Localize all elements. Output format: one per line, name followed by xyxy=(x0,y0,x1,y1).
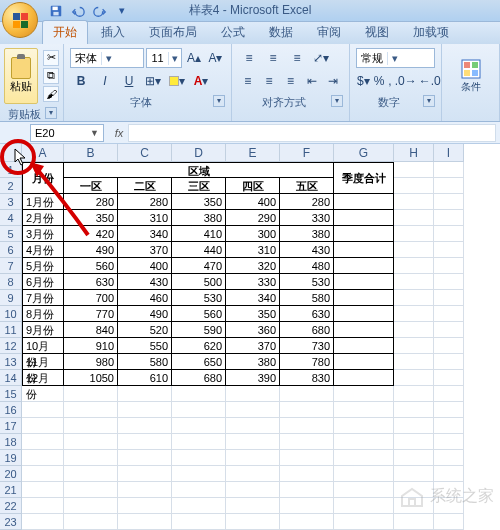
spreadsheet-grid[interactable]: ABCDEFGHI1月份区域季度合计2一区二区三区四区五区31月份2802803… xyxy=(0,144,500,530)
clipboard-dialog-icon[interactable]: ▾ xyxy=(45,107,57,119)
row-header-6[interactable]: 6 xyxy=(0,242,22,258)
row-header-22[interactable]: 22 xyxy=(0,498,22,514)
col-header-B[interactable]: B xyxy=(64,144,118,162)
row-header-2[interactable]: 2 xyxy=(0,178,22,194)
tab-1[interactable]: 插入 xyxy=(90,20,136,44)
underline-button[interactable]: U xyxy=(118,71,140,91)
cell-I4[interactable] xyxy=(434,210,464,226)
cell-C19[interactable] xyxy=(118,450,172,466)
cell-F18[interactable] xyxy=(280,434,334,450)
copy-icon[interactable]: ⧉ xyxy=(43,68,59,84)
indent-inc-icon[interactable]: ⇥ xyxy=(324,71,343,91)
cell-A18[interactable] xyxy=(22,434,64,450)
cell-H9[interactable] xyxy=(394,290,434,306)
cell-B15[interactable] xyxy=(64,386,118,402)
col-header-E[interactable]: E xyxy=(226,144,280,162)
tab-6[interactable]: 视图 xyxy=(354,20,400,44)
row-header-7[interactable]: 7 xyxy=(0,258,22,274)
cell-D21[interactable] xyxy=(172,482,226,498)
cell-I8[interactable] xyxy=(434,274,464,290)
cell-G18[interactable] xyxy=(334,434,394,450)
redo-icon[interactable] xyxy=(92,3,108,19)
tab-2[interactable]: 页面布局 xyxy=(138,20,208,44)
qat-more-icon[interactable]: ▾ xyxy=(114,3,130,19)
cell-H14[interactable] xyxy=(394,370,434,386)
cell-C21[interactable] xyxy=(118,482,172,498)
cell-H6[interactable] xyxy=(394,242,434,258)
cell-H20[interactable] xyxy=(394,466,434,482)
cell-G17[interactable] xyxy=(334,418,394,434)
grow-font-icon[interactable]: A▴ xyxy=(184,48,203,68)
cell-C20[interactable] xyxy=(118,466,172,482)
cell-C17[interactable] xyxy=(118,418,172,434)
col-header-G[interactable]: G xyxy=(334,144,394,162)
col-header-F[interactable]: F xyxy=(280,144,334,162)
font-name-combo[interactable]: 宋体▾ xyxy=(70,48,144,68)
cell-B21[interactable] xyxy=(64,482,118,498)
percent-icon[interactable]: % xyxy=(373,71,386,91)
number-dialog-icon[interactable]: ▾ xyxy=(423,95,435,107)
align-left-icon[interactable]: ≡ xyxy=(238,71,257,91)
cell-G15[interactable] xyxy=(334,386,394,402)
cell-G19[interactable] xyxy=(334,450,394,466)
cell-B23[interactable] xyxy=(64,514,118,530)
cell-E16[interactable] xyxy=(226,402,280,418)
cell-C18[interactable] xyxy=(118,434,172,450)
cell-D22[interactable] xyxy=(172,498,226,514)
font-dialog-icon[interactable]: ▾ xyxy=(213,95,225,107)
cell-H16[interactable] xyxy=(394,402,434,418)
cell-B16[interactable] xyxy=(64,402,118,418)
row-header-15[interactable]: 15 xyxy=(0,386,22,402)
comma-icon[interactable]: , xyxy=(387,71,392,91)
align-dialog-icon[interactable]: ▾ xyxy=(331,95,343,107)
cell-H18[interactable] xyxy=(394,434,434,450)
row-header-11[interactable]: 11 xyxy=(0,322,22,338)
cell-A22[interactable] xyxy=(22,498,64,514)
tab-7[interactable]: 加载项 xyxy=(402,20,460,44)
cell-F17[interactable] xyxy=(280,418,334,434)
align-right-icon[interactable]: ≡ xyxy=(281,71,300,91)
row-header-5[interactable]: 5 xyxy=(0,226,22,242)
cell-E22[interactable] xyxy=(226,498,280,514)
cell-I2[interactable] xyxy=(434,178,464,194)
cell-H17[interactable] xyxy=(394,418,434,434)
cell-G22[interactable] xyxy=(334,498,394,514)
cell-D17[interactable] xyxy=(172,418,226,434)
row-header-16[interactable]: 16 xyxy=(0,402,22,418)
cell-I6[interactable] xyxy=(434,242,464,258)
shrink-font-icon[interactable]: A▾ xyxy=(206,48,225,68)
col-header-H[interactable]: H xyxy=(394,144,434,162)
row-header-12[interactable]: 12 xyxy=(0,338,22,354)
cell-F15[interactable] xyxy=(280,386,334,402)
tab-3[interactable]: 公式 xyxy=(210,20,256,44)
cell-C22[interactable] xyxy=(118,498,172,514)
format-painter-icon[interactable]: 🖌 xyxy=(43,86,59,102)
undo-icon[interactable] xyxy=(70,3,86,19)
tab-5[interactable]: 审阅 xyxy=(306,20,352,44)
cell-H3[interactable] xyxy=(394,194,434,210)
cell-F23[interactable] xyxy=(280,514,334,530)
fx-icon[interactable]: fx xyxy=(110,127,128,139)
cond-format-button[interactable]: 条件 xyxy=(460,58,482,94)
cell-F16[interactable] xyxy=(280,402,334,418)
row-header-17[interactable]: 17 xyxy=(0,418,22,434)
currency-icon[interactable]: $▾ xyxy=(356,71,371,91)
paste-button[interactable]: 粘贴 xyxy=(4,48,38,104)
cell-H12[interactable] xyxy=(394,338,434,354)
row-header-10[interactable]: 10 xyxy=(0,306,22,322)
cell-D15[interactable] xyxy=(172,386,226,402)
cell-C16[interactable] xyxy=(118,402,172,418)
cell-E15[interactable] xyxy=(226,386,280,402)
cell-I23[interactable] xyxy=(434,514,464,530)
inc-decimal-icon[interactable]: .0→ xyxy=(395,71,417,91)
fill-color-button[interactable]: ▾ xyxy=(166,71,188,91)
cell-I18[interactable] xyxy=(434,434,464,450)
cell-D18[interactable] xyxy=(172,434,226,450)
italic-button[interactable]: I xyxy=(94,71,116,91)
bold-button[interactable]: B xyxy=(70,71,92,91)
cell-I20[interactable] xyxy=(434,466,464,482)
row-header-14[interactable]: 14 xyxy=(0,370,22,386)
col-header-A[interactable]: A xyxy=(22,144,64,162)
cell-E19[interactable] xyxy=(226,450,280,466)
cell-H4[interactable] xyxy=(394,210,434,226)
